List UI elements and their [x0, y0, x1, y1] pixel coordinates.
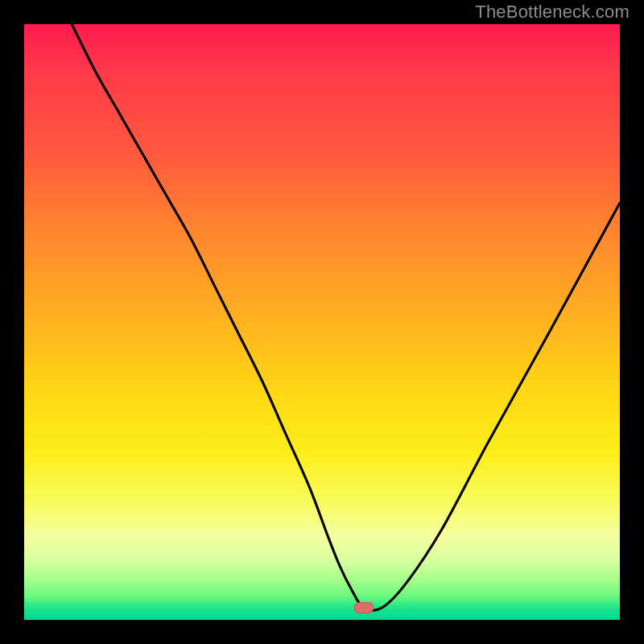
- optimum-marker: [354, 602, 374, 613]
- bottleneck-curve: [24, 24, 620, 620]
- watermark-label: TheBottleneck.com: [475, 2, 630, 23]
- chart-frame: TheBottleneck.com: [0, 0, 644, 644]
- plot-area: [24, 24, 620, 620]
